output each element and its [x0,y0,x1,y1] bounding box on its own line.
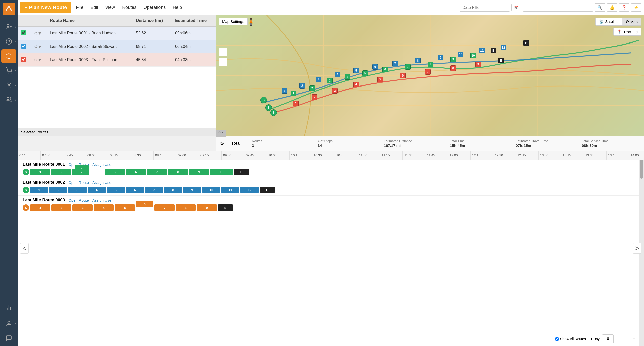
summary-gear-button[interactable]: ⚙ [216,140,228,146]
stop-green-6[interactable]: 6 [382,67,388,72]
tl-stop-3-8[interactable]: 8 [176,204,196,211]
map-zoom-out-button[interactable]: − [219,58,227,66]
tl-stop-2-11[interactable]: 11 [221,187,239,193]
route-3-gear-button[interactable]: ⚙▼ [33,57,43,63]
stop-blue-4[interactable]: 4 [335,72,340,77]
route-2-open-route-link[interactable]: Open Route [68,180,89,185]
timeline-zoom-in-button[interactable]: + [629,335,639,343]
tl-stop-3-6-sub[interactable]: 6 [136,201,153,207]
tl-stop-1-1[interactable]: 1 [30,169,50,175]
sidebar-item-admin[interactable]: › [1,317,16,330]
tl-stop-3-e[interactable]: E [218,204,233,211]
tl-stop-2-e[interactable]: E [260,187,275,193]
stop-red-7[interactable]: 7 [425,69,431,75]
help-menu[interactable]: Help [170,3,184,12]
timeline-next-button[interactable]: > [633,243,641,254]
tl-stop-2-3[interactable]: 3 [68,187,87,193]
stop-green-3[interactable]: 3 [327,78,333,83]
stop-red-1[interactable]: 1 [293,101,299,106]
route-1-assign-user-link[interactable]: Assign User [92,162,113,167]
stop-green-1[interactable]: 1 [291,91,296,96]
stop-green-e[interactable]: E [491,48,496,53]
sidebar-item-chat[interactable] [1,331,16,345]
stop-green-4[interactable]: 4 [345,74,350,80]
tl-stop-1-9[interactable]: 10 [210,169,233,175]
sidebar-item-routes[interactable] [1,49,16,63]
tl-stop-3-1[interactable]: 1 [30,204,50,211]
tl-stop-2-8[interactable]: 8 [164,187,182,193]
tracking-button[interactable]: 📍 Tracking [613,28,641,36]
stop-red-8[interactable]: 8 [450,65,456,71]
tl-stop-3-9[interactable]: 9 [197,204,217,211]
stop-blue-1[interactable]: 1 [282,88,287,94]
map-background[interactable]: S 1 2 3 4 5 6 7 8 9 10 E S 1 2 3 4 5 6 7… [216,15,644,136]
search-button[interactable]: 🔍 [595,3,605,12]
notifications-button[interactable]: 🔔 [607,3,617,12]
tl-stop-1-e[interactable]: E [234,169,249,175]
route-1-gear-button[interactable]: ⚙▼ [33,30,43,36]
timeline-route-1-name[interactable]: Last Mile Route 0001 [23,162,65,167]
sidebar-item-settings[interactable]: › [1,78,16,92]
sidebar-item-help[interactable]: › [1,35,16,48]
stop-red-5[interactable]: 5 [377,77,383,82]
sidebar-item-analytics[interactable] [1,301,16,314]
tl-stop-2-12[interactable]: 12 [240,187,259,193]
stop-red-e[interactable]: E [498,58,504,63]
app-logo[interactable] [3,3,15,15]
stop-red-3[interactable]: 3 [332,88,338,94]
stop-blue-5[interactable]: 5 [353,68,359,73]
map-zoom-in-button[interactable]: + [219,48,227,56]
tl-stop-1-6[interactable]: 7 [147,169,167,175]
file-menu[interactable]: File [73,3,86,12]
timeline-collapse-button[interactable]: ⬍ [602,334,614,343]
help-button[interactable]: ❓ [619,3,629,12]
tl-stop-3-7[interactable]: 7 [154,204,175,211]
tl-stop-1-8[interactable]: 9 [189,169,209,175]
tl-stop-2-s[interactable]: S [23,187,29,193]
power-button[interactable]: ⚡ [631,3,641,12]
tl-stop-1-4[interactable]: 5 [105,169,125,175]
tl-stop-2-2[interactable]: 2 [49,187,67,193]
stop-blue-6[interactable]: 6 [372,64,378,70]
route-3-assign-user-link[interactable]: Assign User [92,198,113,202]
stop-blue-s[interactable]: S [260,97,267,103]
tl-stop-3-4[interactable]: 4 [94,204,114,211]
stop-green-5[interactable]: 5 [362,70,368,76]
timeline-zoom-out-button[interactable]: − [616,335,626,343]
stop-blue-8[interactable]: 8 [415,58,421,63]
stop-blue-2[interactable]: 2 [299,83,305,89]
route-2-gear-button[interactable]: ⚙▼ [33,44,43,50]
route-2-checkbox[interactable] [21,44,26,49]
collapse-arrows-button[interactable]: ⌃⌃ [216,130,226,137]
tl-stop-1-3b[interactable]: 4 [75,165,89,172]
tl-stop-1-2[interactable]: 2 [51,169,71,175]
sidebar-item-add-user[interactable]: › [1,20,16,34]
calendar-button[interactable]: 📅 [511,4,521,11]
tl-stop-2-9[interactable]: 9 [183,187,201,193]
stop-green-10[interactable]: 10 [470,53,476,58]
stop-green-2[interactable]: 2 [309,85,315,91]
stop-blue-7[interactable]: 7 [392,61,398,66]
map-view-button[interactable]: 🗺 Map [622,18,641,25]
tl-stop-2-1[interactable]: 1 [30,187,48,193]
stop-blue-10[interactable]: 10 [458,52,463,57]
tl-stop-3-5[interactable]: 5 [115,204,135,211]
tl-stop-1-7[interactable]: 8 [168,169,188,175]
stop-blue-3[interactable]: 3 [316,77,321,82]
stop-blue-12[interactable]: 12 [501,45,506,50]
tl-stop-3-2[interactable]: 2 [51,204,71,211]
plan-new-route-button[interactable]: + Plan New Route [20,2,71,13]
stop-green-8[interactable]: 8 [428,62,433,67]
sidebar-item-orders[interactable]: › [1,64,16,77]
tl-stop-2-6[interactable]: 6 [126,187,144,193]
stop-blue-e[interactable]: E [523,40,529,46]
stop-green-9[interactable]: 9 [450,57,456,62]
route-3-checkbox[interactable] [21,57,26,62]
person-icon[interactable]: 🧍 [247,18,255,26]
timeline-route-2-name[interactable]: Last Mile Route 0002 [23,180,65,185]
tl-stop-3-s[interactable]: S [23,204,29,211]
view-menu[interactable]: View [103,3,117,12]
stop-blue-11[interactable]: 11 [479,48,485,53]
route-2-assign-user-link[interactable]: Assign User [92,180,113,185]
stop-red-9[interactable]: 9 [475,62,481,67]
